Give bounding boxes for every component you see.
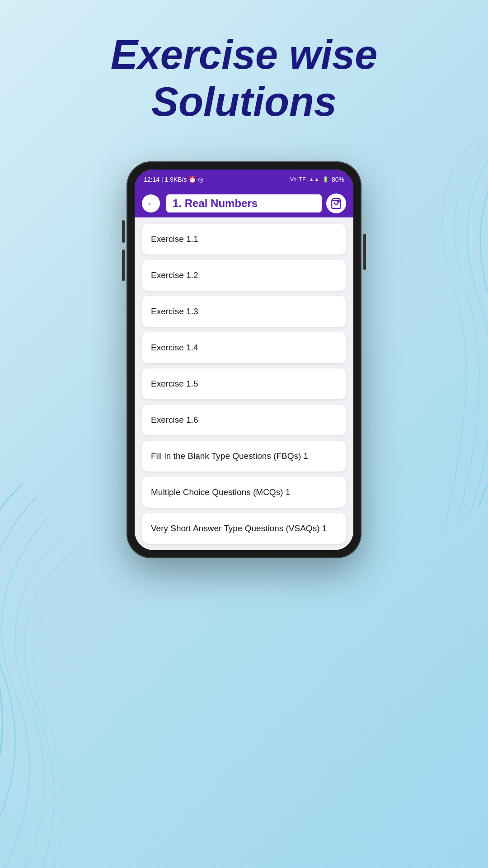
volte-icon: VoLTE: [290, 176, 306, 183]
bg-waves-right: [361, 136, 488, 542]
page-header: Exercise wise Solutions: [111, 32, 377, 125]
battery-percent: 80%: [332, 176, 344, 183]
app-bar-title: 1. Real Numbers: [166, 194, 322, 212]
status-network-speed: 1.9KB/s: [164, 176, 187, 183]
page-title: Exercise wise Solutions: [111, 32, 377, 125]
exercise-item[interactable]: Exercise 1.2: [142, 260, 346, 291]
volume-up-button: [122, 220, 125, 243]
volume-down-button: [122, 250, 125, 281]
exercise-item[interactable]: Multiple Choice Questions (MCQs) 1: [142, 477, 346, 508]
phone-frame: 12:14 | 1.9KB/s ⏰ ◎ VoLTE ▲▲ 🔋 80% ← 1. …: [127, 161, 361, 558]
exercise-item[interactable]: Fill in the Blank Type Questions (FBQs) …: [142, 441, 346, 472]
power-button: [363, 234, 366, 270]
status-time: 12:14: [144, 176, 160, 183]
exercise-item[interactable]: Exercise 1.5: [142, 368, 346, 399]
phone-screen: 12:14 | 1.9KB/s ⏰ ◎ VoLTE ▲▲ 🔋 80% ← 1. …: [135, 170, 353, 550]
cart-icon: ★: [330, 198, 342, 209]
back-button[interactable]: ←: [142, 194, 160, 212]
title-line2: Solutions: [151, 79, 337, 124]
cart-button[interactable]: ★: [326, 193, 346, 213]
status-bar: 12:14 | 1.9KB/s ⏰ ◎ VoLTE ▲▲ 🔋 80%: [135, 170, 353, 189]
app-bar: ← 1. Real Numbers ★: [135, 189, 353, 217]
exercise-item[interactable]: Exercise 1.1: [142, 224, 346, 255]
exercise-item[interactable]: Exercise 1.4: [142, 332, 346, 363]
exercise-list: Exercise 1.1Exercise 1.2Exercise 1.3Exer…: [135, 217, 353, 550]
battery-icon: 🔋: [322, 176, 329, 183]
exercise-item[interactable]: Very Short Answer Type Questions (VSAQs)…: [142, 513, 346, 544]
back-arrow-icon: ←: [146, 198, 155, 209]
svg-text:★: ★: [337, 200, 340, 204]
status-time-network: 12:14 | 1.9KB/s ⏰ ◎: [144, 176, 203, 183]
exercise-item[interactable]: Exercise 1.6: [142, 405, 346, 435]
signal-icon: ▲▲: [309, 176, 319, 183]
exercise-item[interactable]: Exercise 1.3: [142, 296, 346, 327]
status-right-icons: VoLTE ▲▲ 🔋 80%: [290, 176, 344, 183]
title-line1: Exercise wise: [111, 32, 377, 77]
